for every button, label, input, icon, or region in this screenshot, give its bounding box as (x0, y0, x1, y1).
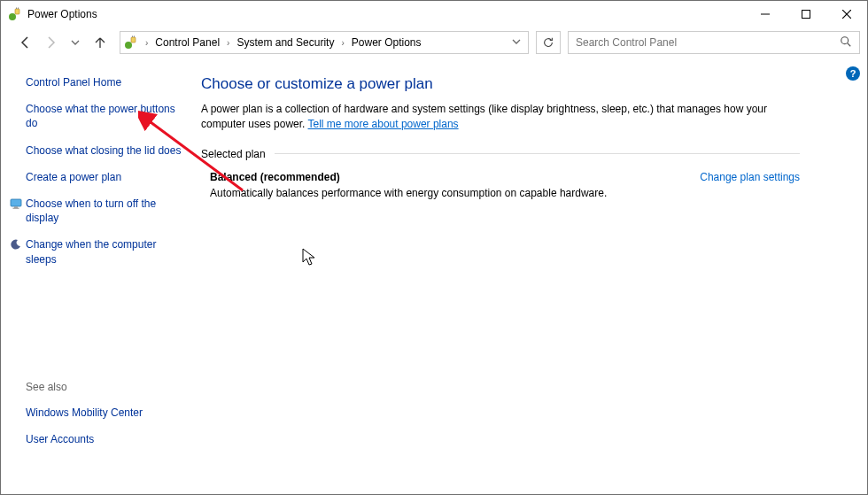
sidebar-link-closing-lid[interactable]: Choose what closing the lid does (26, 143, 185, 158)
sidebar-link-label: User Accounts (26, 432, 94, 446)
svg-point-0 (9, 13, 16, 20)
see-also-heading: See also (26, 381, 185, 393)
forward-button[interactable] (40, 32, 61, 53)
divider (275, 153, 800, 154)
breadcrumb: Control Panel › System and Security › Po… (150, 35, 426, 50)
svg-point-8 (125, 42, 132, 49)
svg-rect-16 (13, 208, 19, 209)
moon-icon (10, 238, 22, 251)
close-button[interactable] (826, 1, 867, 27)
page-description: A power plan is a collection of hardware… (201, 102, 800, 132)
section-label: Selected plan (201, 148, 266, 160)
window-title: Power Options (27, 8, 97, 20)
svg-line-13 (848, 43, 851, 46)
chevron-right-icon[interactable]: › (225, 38, 231, 48)
help-icon[interactable]: ? (846, 66, 860, 81)
sidebar-link-label: Choose when to turn off the display (26, 197, 185, 225)
up-button[interactable] (89, 32, 111, 53)
search-input[interactable] (576, 36, 840, 49)
window-controls (745, 1, 867, 27)
address-bar[interactable]: › Control Panel › System and Security › … (120, 31, 529, 54)
content-area: Control Panel Home Choose what the power… (1, 58, 867, 494)
chevron-right-icon[interactable]: › (339, 38, 345, 48)
navigation-bar: › Control Panel › System and Security › … (1, 27, 867, 58)
learn-more-link[interactable]: Tell me more about power plans (308, 118, 459, 130)
plan-description: Automatically balances performance with … (210, 187, 700, 199)
svg-rect-5 (802, 11, 810, 19)
breadcrumb-power-options[interactable]: Power Options (346, 35, 427, 50)
sidebar-link-create-plan[interactable]: Create a power plan (26, 170, 185, 184)
address-dropdown[interactable] (507, 36, 526, 49)
sidebar: Control Panel Home Choose what the power… (26, 75, 185, 485)
refresh-button[interactable] (536, 31, 561, 54)
maximize-button[interactable] (786, 1, 826, 27)
sidebar-link-label: Create a power plan (26, 170, 121, 184)
sidebar-link-label: Change when the computer sleeps (26, 237, 185, 266)
minimize-button[interactable] (745, 1, 786, 27)
power-options-icon (124, 35, 138, 50)
titlebar: Power Options (1, 1, 867, 27)
recent-dropdown[interactable] (65, 32, 86, 53)
monitor-icon (10, 197, 22, 210)
svg-rect-1 (15, 9, 19, 14)
chevron-right-icon[interactable]: › (143, 38, 150, 48)
sidebar-link-computer-sleeps[interactable]: Change when the computer sleeps (10, 237, 185, 266)
see-also-mobility-center[interactable]: Windows Mobility Center (26, 406, 185, 420)
power-options-icon (8, 7, 22, 21)
svg-rect-15 (14, 206, 18, 207)
plan-row: Balanced (recommended) Automatically bal… (201, 171, 800, 199)
selected-plan-section: Selected plan (201, 148, 800, 160)
main-panel: Choose or customize a power plan A power… (185, 75, 853, 485)
sidebar-link-label: Windows Mobility Center (26, 406, 143, 420)
change-plan-settings-link[interactable]: Change plan settings (700, 171, 800, 199)
page-heading: Choose or customize a power plan (201, 75, 800, 93)
back-button[interactable] (15, 32, 36, 53)
search-icon[interactable] (840, 35, 852, 50)
svg-point-12 (841, 36, 849, 43)
sidebar-link-label: Choose what the power buttons do (26, 102, 185, 130)
breadcrumb-system-security[interactable]: System and Security (231, 35, 339, 50)
see-also-user-accounts[interactable]: User Accounts (26, 432, 185, 446)
plan-name: Balanced (recommended) (210, 171, 700, 183)
control-panel-home-link[interactable]: Control Panel Home (26, 75, 185, 89)
svg-rect-9 (131, 37, 136, 43)
sidebar-link-power-buttons[interactable]: Choose what the power buttons do (26, 102, 185, 130)
sidebar-link-label: Choose what closing the lid does (26, 143, 181, 158)
search-box[interactable] (568, 31, 860, 54)
breadcrumb-control-panel[interactable]: Control Panel (150, 35, 225, 50)
svg-rect-14 (11, 199, 21, 206)
sidebar-link-turn-off-display[interactable]: Choose when to turn off the display (10, 197, 185, 225)
